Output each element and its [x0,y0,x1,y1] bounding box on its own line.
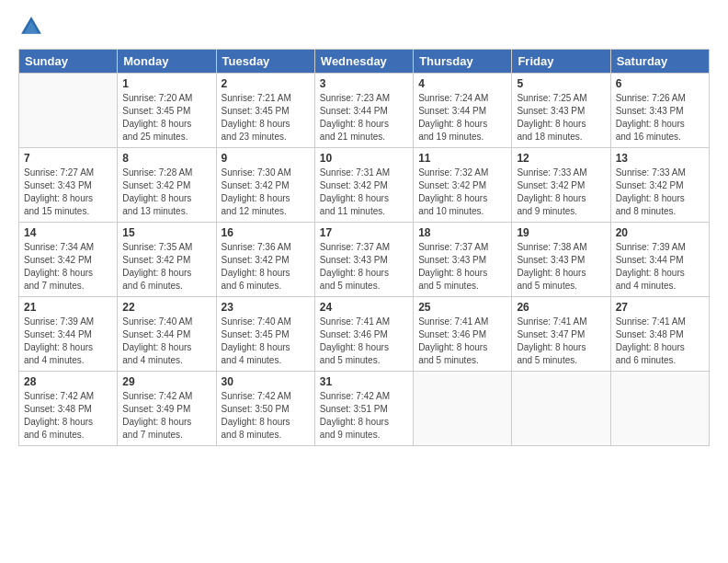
day-cell: 12Sunrise: 7:33 AMSunset: 3:42 PMDayligh… [512,148,610,223]
day-info: Sunrise: 7:33 AMSunset: 3:42 PMDaylight:… [616,167,704,218]
day-cell [19,74,118,148]
day-cell: 28Sunrise: 7:42 AMSunset: 3:48 PMDayligh… [19,372,118,446]
day-number: 6 [616,77,704,90]
day-number: 26 [517,301,605,314]
week-row-1: 1Sunrise: 7:20 AMSunset: 3:45 PMDaylight… [19,74,710,148]
day-number: 5 [517,77,605,90]
logo-icon [18,14,44,40]
day-number: 30 [222,375,310,388]
day-cell: 21Sunrise: 7:39 AMSunset: 3:44 PMDayligh… [19,297,118,372]
day-cell: 31Sunrise: 7:42 AMSunset: 3:51 PMDayligh… [314,372,413,446]
day-info: Sunrise: 7:36 AMSunset: 3:42 PMDaylight:… [222,241,310,293]
day-info: Sunrise: 7:40 AMSunset: 3:44 PMDaylight:… [122,316,210,367]
day-info: Sunrise: 7:26 AMSunset: 3:43 PMDaylight:… [616,92,704,144]
day-cell: 7Sunrise: 7:27 AMSunset: 3:43 PMDaylight… [19,148,118,223]
weekday-header-saturday: Saturday [610,50,709,74]
day-cell: 5Sunrise: 7:25 AMSunset: 3:43 PMDaylight… [512,74,610,148]
day-info: Sunrise: 7:41 AMSunset: 3:47 PMDaylight:… [517,316,605,367]
day-number: 20 [616,226,704,239]
day-cell: 6Sunrise: 7:26 AMSunset: 3:43 PMDaylight… [610,74,709,148]
day-cell: 22Sunrise: 7:40 AMSunset: 3:44 PMDayligh… [118,297,216,372]
day-info: Sunrise: 7:37 AMSunset: 3:43 PMDaylight:… [418,241,506,293]
day-cell [610,372,709,446]
logo [18,14,48,40]
day-cell: 19Sunrise: 7:38 AMSunset: 3:43 PMDayligh… [512,223,610,297]
day-number: 3 [320,77,408,90]
day-cell: 26Sunrise: 7:41 AMSunset: 3:47 PMDayligh… [512,297,610,372]
weekday-header-tuesday: Tuesday [216,50,314,74]
day-number: 18 [418,226,506,239]
day-cell: 18Sunrise: 7:37 AMSunset: 3:43 PMDayligh… [414,223,512,297]
day-number: 28 [24,375,112,388]
day-number: 19 [517,226,605,239]
day-number: 11 [418,152,506,165]
day-number: 1 [122,77,210,90]
day-info: Sunrise: 7:28 AMSunset: 3:42 PMDaylight:… [122,167,210,218]
day-number: 16 [222,226,310,239]
week-row-2: 7Sunrise: 7:27 AMSunset: 3:43 PMDaylight… [19,148,710,223]
day-cell: 24Sunrise: 7:41 AMSunset: 3:46 PMDayligh… [314,297,413,372]
day-number: 17 [320,226,408,239]
day-cell: 23Sunrise: 7:40 AMSunset: 3:45 PMDayligh… [216,297,314,372]
day-info: Sunrise: 7:41 AMSunset: 3:46 PMDaylight:… [320,316,408,367]
day-cell: 30Sunrise: 7:42 AMSunset: 3:50 PMDayligh… [216,372,314,446]
day-number: 31 [320,375,408,388]
day-number: 29 [122,375,210,388]
day-number: 12 [517,152,605,165]
weekday-header-monday: Monday [118,50,216,74]
day-number: 8 [122,152,210,165]
day-cell: 27Sunrise: 7:41 AMSunset: 3:48 PMDayligh… [610,297,709,372]
weekday-header-thursday: Thursday [414,50,512,74]
day-info: Sunrise: 7:42 AMSunset: 3:51 PMDaylight:… [320,390,408,442]
day-number: 22 [122,301,210,314]
day-cell: 11Sunrise: 7:32 AMSunset: 3:42 PMDayligh… [414,148,512,223]
day-cell: 16Sunrise: 7:36 AMSunset: 3:42 PMDayligh… [216,223,314,297]
day-info: Sunrise: 7:20 AMSunset: 3:45 PMDaylight:… [122,92,210,144]
day-info: Sunrise: 7:21 AMSunset: 3:45 PMDaylight:… [222,92,310,144]
day-cell [512,372,610,446]
day-info: Sunrise: 7:42 AMSunset: 3:48 PMDaylight:… [24,390,112,442]
day-number: 27 [616,301,704,314]
calendar-table: SundayMondayTuesdayWednesdayThursdayFrid… [18,49,710,446]
day-cell: 14Sunrise: 7:34 AMSunset: 3:42 PMDayligh… [19,223,118,297]
day-cell: 13Sunrise: 7:33 AMSunset: 3:42 PMDayligh… [610,148,709,223]
day-info: Sunrise: 7:35 AMSunset: 3:42 PMDaylight:… [122,241,210,293]
day-cell: 2Sunrise: 7:21 AMSunset: 3:45 PMDaylight… [216,74,314,148]
weekday-header-friday: Friday [512,50,610,74]
day-number: 24 [320,301,408,314]
day-info: Sunrise: 7:41 AMSunset: 3:46 PMDaylight:… [418,316,506,367]
weekday-header-row: SundayMondayTuesdayWednesdayThursdayFrid… [19,50,710,74]
day-number: 2 [222,77,310,90]
day-info: Sunrise: 7:41 AMSunset: 3:48 PMDaylight:… [616,316,704,367]
day-info: Sunrise: 7:33 AMSunset: 3:42 PMDaylight:… [517,167,605,218]
day-info: Sunrise: 7:31 AMSunset: 3:42 PMDaylight:… [320,167,408,218]
day-info: Sunrise: 7:38 AMSunset: 3:43 PMDaylight:… [517,241,605,293]
day-info: Sunrise: 7:27 AMSunset: 3:43 PMDaylight:… [24,167,112,218]
day-info: Sunrise: 7:39 AMSunset: 3:44 PMDaylight:… [24,316,112,367]
day-cell: 3Sunrise: 7:23 AMSunset: 3:44 PMDaylight… [314,74,413,148]
weekday-header-wednesday: Wednesday [314,50,413,74]
day-number: 7 [24,152,112,165]
day-cell [414,372,512,446]
day-info: Sunrise: 7:25 AMSunset: 3:43 PMDaylight:… [517,92,605,144]
day-cell: 25Sunrise: 7:41 AMSunset: 3:46 PMDayligh… [414,297,512,372]
day-cell: 20Sunrise: 7:39 AMSunset: 3:44 PMDayligh… [610,223,709,297]
day-cell: 15Sunrise: 7:35 AMSunset: 3:42 PMDayligh… [118,223,216,297]
day-number: 10 [320,152,408,165]
day-number: 13 [616,152,704,165]
day-cell: 17Sunrise: 7:37 AMSunset: 3:43 PMDayligh… [314,223,413,297]
day-info: Sunrise: 7:30 AMSunset: 3:42 PMDaylight:… [222,167,310,218]
day-info: Sunrise: 7:24 AMSunset: 3:44 PMDaylight:… [418,92,506,144]
day-number: 4 [418,77,506,90]
week-row-5: 28Sunrise: 7:42 AMSunset: 3:48 PMDayligh… [19,372,710,446]
day-cell: 10Sunrise: 7:31 AMSunset: 3:42 PMDayligh… [314,148,413,223]
day-cell: 8Sunrise: 7:28 AMSunset: 3:42 PMDaylight… [118,148,216,223]
day-info: Sunrise: 7:34 AMSunset: 3:42 PMDaylight:… [24,241,112,293]
day-info: Sunrise: 7:42 AMSunset: 3:49 PMDaylight:… [122,390,210,442]
day-number: 21 [24,301,112,314]
day-cell: 4Sunrise: 7:24 AMSunset: 3:44 PMDaylight… [414,74,512,148]
day-cell: 29Sunrise: 7:42 AMSunset: 3:49 PMDayligh… [118,372,216,446]
day-info: Sunrise: 7:40 AMSunset: 3:45 PMDaylight:… [222,316,310,367]
day-info: Sunrise: 7:39 AMSunset: 3:44 PMDaylight:… [616,241,704,293]
day-cell: 9Sunrise: 7:30 AMSunset: 3:42 PMDaylight… [216,148,314,223]
